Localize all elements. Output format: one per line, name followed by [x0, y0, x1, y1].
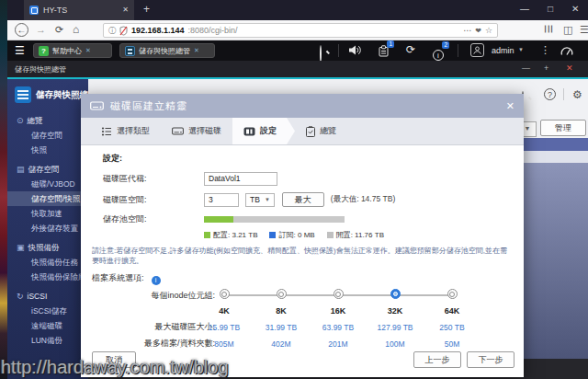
site-info-icon[interactable]: ⓘ — [108, 26, 116, 36]
reload-button[interactable]: ⟳ — [55, 23, 63, 37]
step-configure-current[interactable]: 設定 — [232, 118, 295, 144]
gauge-icon: ⊙ — [17, 116, 24, 125]
sidebar-toggle-icon[interactable]: ◫ — [563, 23, 572, 37]
more-options-icon[interactable]: ⋮ — [540, 44, 550, 56]
pool-label: 儲存池空間: — [103, 213, 204, 225]
inode-tick-64k[interactable] — [447, 289, 458, 299]
sidebar-header: 儲存與快照總管 — [7, 79, 88, 109]
manage-button[interactable]: 管理 — [540, 120, 586, 136]
max-files-row: 最多檔案/資料夾數: 805M 402M 201M 100M 50M — [103, 338, 524, 350]
browser-titlebar: HY-TS ✕ + — □ ✕ — [7, 0, 588, 20]
sidebar-item-disks-vjbod[interactable]: 磁碟/VJBOD — [7, 177, 88, 191]
window-maximize-icon[interactable]: + — [544, 63, 548, 73]
inode-tick-4k[interactable] — [220, 289, 230, 299]
settings-gear-icon[interactable]: ⚙ — [572, 88, 582, 101]
sync-icon[interactable]: ⟳ — [406, 44, 415, 56]
inode-tick-32k-selected[interactable] — [390, 289, 401, 299]
sidebar-group-storage[interactable]: ▤儲存空間 — [7, 162, 88, 177]
pool-row: 儲存池空間: — [103, 213, 524, 225]
screen: HY-TS ✕ + — □ ✕ ← → ⟳ ⌂ ⓘ 192.168.1.144 … — [0, 0, 588, 379]
url-path: :8080/cgi-bin/ — [188, 26, 460, 35]
browser-minimize-button[interactable]: — — [520, 4, 529, 14]
step-summary[interactable]: 總覽 — [295, 118, 347, 144]
notifications-badge: 2 — [442, 41, 449, 49]
alias-input[interactable]: DataVol1 — [204, 172, 277, 186]
tab-close-icon[interactable]: ✕ — [122, 6, 129, 14]
tab-title: HY-TS — [43, 6, 118, 15]
dialog-close-icon[interactable]: ✕ — [506, 100, 514, 112]
inode-tick-8k[interactable] — [277, 289, 287, 299]
task-label: 幫助中心 — [52, 46, 82, 56]
divider — [338, 44, 339, 57]
notifications-icon[interactable]: i 2 — [433, 45, 444, 62]
new-tab-button[interactable]: + — [143, 4, 150, 15]
alias-label: 磁碟區代稱: — [103, 173, 204, 185]
info-icon[interactable]: i — [152, 276, 161, 285]
step-select-type[interactable]: 選擇類型 — [90, 118, 161, 144]
step-select-disks[interactable]: 選擇磁碟 — [161, 118, 232, 144]
sidebar-item-snapshot-vault[interactable]: 快照備份保險庫 — [7, 270, 88, 284]
max-button[interactable]: 最大 — [282, 192, 324, 207]
help-icon[interactable]: ? — [544, 88, 556, 100]
capacity-input[interactable]: 3 — [204, 193, 239, 207]
browser-navbar: ← → ⟳ ⌂ ⓘ 192.168.1.144 :8080/cgi-bin/ ⋯… — [7, 20, 588, 40]
home-button[interactable]: ⌂ — [73, 23, 79, 37]
inode-slider[interactable] — [196, 288, 481, 303]
disk-icon — [172, 126, 184, 136]
previous-button[interactable]: 上一步 — [413, 351, 461, 368]
watermark: http://hardaway.com.tw/blog — [1, 357, 229, 378]
background-tasks-icon[interactable]: 1 — [379, 44, 389, 61]
sidebar-item-lun-backup[interactable]: LUN備份 — [7, 333, 88, 348]
storage-manager-window: 儲存與快照總管 — + ✕ 儲存與快照總管 ⊙總覽 儲存空間 快照 ▤儲存空間 … — [7, 61, 588, 379]
section-label: 設定: — [103, 153, 524, 165]
desktop-wallpaper-strip — [0, 0, 7, 379]
sidebar-group-iscsi[interactable]: ↻iSCSI — [7, 289, 88, 304]
user-avatar-icon[interactable] — [470, 43, 484, 57]
task-close-icon[interactable]: ✕ — [85, 47, 91, 54]
sidebar-item-snapshot-task[interactable]: 快照備份任務 — [7, 255, 88, 270]
legend-free-swatch — [327, 232, 334, 238]
pocket-icon[interactable]: ❤ — [475, 27, 481, 35]
main-menu-icon[interactable]: ☰ — [15, 44, 25, 57]
legend-allocated-swatch — [204, 232, 210, 238]
sidebar-group-snapshot-backup[interactable]: ▣快照備份 — [7, 240, 88, 255]
library-icon[interactable]: ☰ — [541, 25, 555, 34]
pool-used-segment — [204, 216, 233, 223]
username-menu[interactable]: admin — [492, 46, 514, 55]
forward-button[interactable]: → — [36, 23, 46, 37]
inode-tick-16k[interactable] — [334, 289, 344, 299]
browser-tab[interactable]: HY-TS ✕ — [24, 0, 134, 20]
disks-icon: ▤ — [17, 165, 25, 174]
dialog-body: 設定: 磁碟區代稱: DataVol1 磁碟區空間: 3 TB▼ 最大 (最大值… — [81, 145, 524, 350]
window-close-icon[interactable]: ✕ — [566, 63, 573, 73]
browser-close-button[interactable]: ✕ — [571, 4, 579, 14]
filesystem-options-label: 檔案系統選項: — [92, 273, 144, 282]
pool-legend: 配置: 3.21 TB 訂閱: 0 MB 閒置: 11.76 TB — [204, 230, 524, 240]
browser-menu-icon[interactable]: ☰ — [580, 23, 588, 37]
next-button[interactable]: 下一步 — [467, 351, 514, 368]
chevron-down-icon[interactable]: ▼ — [518, 47, 524, 52]
browser-maximize-button[interactable]: □ — [548, 4, 553, 14]
sidebar-item-overview[interactable]: ⊙總覽 — [7, 113, 88, 128]
sidebar-item-iscsi-storage[interactable]: iSCSI儲存 — [7, 304, 88, 318]
back-button[interactable]: ← — [15, 23, 28, 37]
task-close-icon[interactable]: ✕ — [194, 47, 199, 54]
volume-icon[interactable] — [349, 45, 361, 55]
sidebar-item-storage-snapshots[interactable]: 儲存空間/快照 — [7, 191, 88, 206]
task-storage-manager[interactable]: 儲存與快照總管 ✕ — [119, 43, 215, 58]
drive-icon — [90, 100, 104, 111]
sidebar-item-cache-acceleration[interactable]: 快取加速 — [7, 206, 88, 221]
list-icon — [101, 126, 112, 137]
sidebar-item-storage-space[interactable]: 儲存空間 — [7, 128, 88, 143]
partition-icon — [243, 127, 255, 136]
capacity-unit-select[interactable]: TB▼ — [245, 193, 275, 207]
dashboard-gauge-icon[interactable] — [560, 45, 573, 56]
url-bar[interactable]: ⓘ 192.168.1.144 :8080/cgi-bin/ ⋯ ❤ ☆ — [103, 23, 498, 38]
window-minimize-icon[interactable]: — — [522, 63, 530, 73]
sidebar-item-remote-disk[interactable]: 遠端磁碟 — [7, 318, 88, 333]
task-help-center[interactable]: ? 幫助中心 ✕ — [33, 43, 112, 58]
sidebar-item-external-storage[interactable]: 外接儲存裝置 — [7, 221, 88, 235]
bookmark-star-icon[interactable]: ☆ — [485, 26, 492, 35]
sidebar-item-snapshot[interactable]: 快照 — [7, 143, 88, 157]
page-actions-icon[interactable]: ⋯ — [463, 26, 471, 35]
